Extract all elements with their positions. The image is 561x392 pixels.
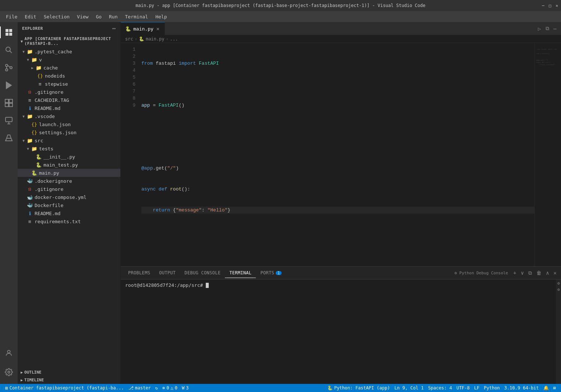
activity-run-debug[interactable] — [0, 76, 18, 94]
status-branch[interactable]: ⎇ master — [126, 384, 153, 392]
status-remote[interactable]: ⊞ Container fastapibaseproject (fastapi-… — [3, 384, 126, 392]
more-actions-button[interactable]: ⋯ — [552, 25, 558, 32]
tree-item-tests[interactable]: ▼ 📁 tests — [18, 145, 120, 153]
panel-tab-debug-console[interactable]: DEBUG CONSOLE — [180, 268, 225, 278]
menu-selection[interactable]: Selection — [41, 13, 73, 21]
activity-accounts[interactable] — [0, 344, 18, 362]
code-editor[interactable]: 1 2 3 4 5 6 7 8 9 from fastapi import Fa… — [121, 43, 561, 266]
menu-view[interactable]: View — [74, 13, 91, 21]
tree-item-label: README.md — [35, 211, 120, 216]
panel-tab-ports[interactable]: PORTS1 — [256, 268, 286, 278]
sidebar-section-header[interactable]: ▼ APP [CONTAINER FASTAPIBASEPROJECT (FAS… — [18, 35, 120, 47]
tree-item-stepwise[interactable]: ≡ stepwise — [18, 80, 120, 88]
breadcrumb-ellipsis[interactable]: ... — [170, 36, 178, 42]
tree-item-vscode[interactable]: ▼ 📁 .vscode — [18, 112, 120, 120]
status-right: 🐍 Python: FastAPI (app) Ln 9, Col 1 Spac… — [325, 384, 558, 392]
activity-source-control[interactable] — [0, 59, 18, 76]
window-controls[interactable]: ─ □ ✕ — [542, 3, 558, 8]
close-button[interactable]: ✕ — [555, 3, 558, 8]
tree-item-cache[interactable]: ▶ 📁 cache — [18, 64, 120, 72]
status-sync[interactable]: ↻ — [153, 384, 160, 392]
tree-item-launch-json[interactable]: {} launch.json — [18, 120, 120, 128]
activity-testing[interactable] — [0, 129, 18, 147]
tree-item-gitignore2[interactable]: ⊡ .gitignore — [18, 185, 120, 193]
code-content[interactable]: from fastapi import FastAPI app = FastAP… — [138, 43, 534, 266]
tree-item-gitignore[interactable]: ⊡ .gitignore — [18, 88, 120, 96]
status-python-env[interactable]: 🐍 Python: FastAPI (app) — [325, 384, 392, 392]
activity-bottom — [0, 344, 18, 384]
terminal-settings-button[interactable]: ⚙ — [557, 280, 560, 286]
terminal-launch-profile-button[interactable]: ∨ — [519, 269, 525, 277]
tree-item-main-test-py[interactable]: 🐍 main_test.py — [18, 161, 120, 169]
activity-extensions[interactable] — [0, 94, 18, 112]
status-w3[interactable]: W 3 — [180, 384, 191, 392]
status-spaces[interactable]: Spaces: 4 — [426, 384, 454, 392]
terminal-layout-button[interactable]: ⚙ — [557, 286, 560, 293]
tree-item-readme-md[interactable]: ℹ README.md — [18, 209, 120, 217]
editor-tab-main-py[interactable]: 🐍 main.py ✕ — [121, 22, 165, 35]
timeline-section[interactable]: ▶ TIMELINE — [18, 376, 120, 384]
status-encoding[interactable]: UTF-8 — [454, 384, 472, 392]
kill-terminal-button[interactable]: 🗑 — [535, 269, 543, 277]
panel-tab-terminal[interactable]: TERMINAL — [225, 268, 256, 278]
activity-explorer[interactable] — [0, 24, 18, 41]
svg-line-1 — [10, 51, 12, 53]
svg-point-0 — [6, 47, 10, 51]
tree-item-requirements-txt[interactable]: ≡ requirements.txt — [18, 217, 120, 225]
tab-close-button[interactable]: ✕ — [156, 25, 160, 32]
menu-run[interactable]: Run — [106, 13, 120, 21]
window-title: main.py - app [Container fastapibaseproj… — [135, 3, 425, 8]
minimize-button[interactable]: ─ — [542, 3, 544, 8]
tree-item-src[interactable]: ▼ 📁 src — [18, 136, 120, 145]
menu-edit[interactable]: Edit — [22, 13, 39, 21]
panel-tab-output[interactable]: OUTPUT — [155, 268, 180, 278]
menu-terminal[interactable]: Terminal — [122, 13, 151, 21]
breadcrumb-src[interactable]: src — [125, 36, 133, 42]
folder-icon: 📁 — [27, 138, 33, 143]
tree-item-cachedir-tag[interactable]: ≡ CACHEDIR.TAG — [18, 96, 120, 104]
svg-rect-10 — [5, 103, 8, 107]
tree-item-settings-json[interactable]: {} settings.json — [18, 128, 120, 136]
run-button[interactable]: ▷ — [536, 25, 542, 32]
maximize-button[interactable]: □ — [549, 3, 551, 8]
panel-tab-problems[interactable]: PROBLEMS — [124, 268, 155, 278]
tree-item-label: docker-compose.yml — [35, 195, 120, 200]
status-version[interactable]: 3.10.9 64-bit — [502, 384, 541, 392]
outline-section[interactable]: ▶ OUTLINE — [18, 368, 120, 376]
tree-item-docker-compose[interactable]: 🐋 docker-compose.yml — [18, 193, 120, 201]
list-icon: ≡ — [27, 97, 33, 103]
status-ln-col[interactable]: Ln 9, Col 1 — [392, 384, 426, 392]
editor-scrollbar[interactable] — [557, 43, 561, 266]
tree-item-dockerignore[interactable]: 🐳 .dockerignore — [18, 177, 120, 185]
tree-item-main-py[interactable]: 🐍 main.py — [18, 169, 120, 177]
split-editor-button[interactable]: ⧉ — [544, 25, 551, 32]
tree-item-nodeids[interactable]: {} nodeids — [18, 72, 120, 80]
maximize-panel-button[interactable]: ∧ — [544, 269, 550, 277]
menu-go[interactable]: Go — [93, 13, 105, 21]
add-terminal-button[interactable]: + — [512, 269, 518, 277]
ln-col-label: Ln 9, Col 1 — [394, 385, 423, 391]
breadcrumb-filename[interactable]: main.py — [146, 36, 165, 42]
status-errors[interactable]: ⊗ 0 △ 0 — [160, 384, 180, 392]
menu-help[interactable]: Help — [152, 13, 170, 21]
terminal-content[interactable]: root@d142805d7f24:/app/src# — [121, 279, 556, 384]
tree-item-init-py[interactable]: 🐍 __init__.py — [18, 153, 120, 161]
status-language[interactable]: Python — [481, 384, 502, 392]
split-terminal-button[interactable]: ⧉ — [527, 269, 533, 277]
menu-file[interactable]: File — [3, 13, 20, 21]
tree-item-v[interactable]: ▼ 📁 v — [18, 56, 120, 64]
close-panel-button[interactable]: ✕ — [552, 269, 558, 277]
activity-bar — [0, 22, 18, 384]
tree-item-readme-inner[interactable]: ℹ README.md — [18, 104, 120, 112]
activity-settings[interactable] — [0, 363, 18, 381]
list-icon: ≡ — [37, 81, 43, 87]
tree-item-label: settings.json — [39, 130, 120, 135]
status-eol[interactable]: LF — [472, 384, 481, 392]
activity-search[interactable] — [0, 41, 18, 59]
tree-item-dockerfile[interactable]: 🐳 Dockerfile — [18, 201, 120, 209]
activity-remote[interactable] — [0, 112, 18, 129]
status-notifications[interactable]: 🔔 — [541, 384, 551, 392]
tree-item-pytest-cache[interactable]: ▼ 📁 .pytest_cache — [18, 47, 120, 56]
sidebar-more-button[interactable]: ⋯ — [112, 25, 116, 32]
status-layout[interactable]: ⊞ — [551, 384, 558, 392]
